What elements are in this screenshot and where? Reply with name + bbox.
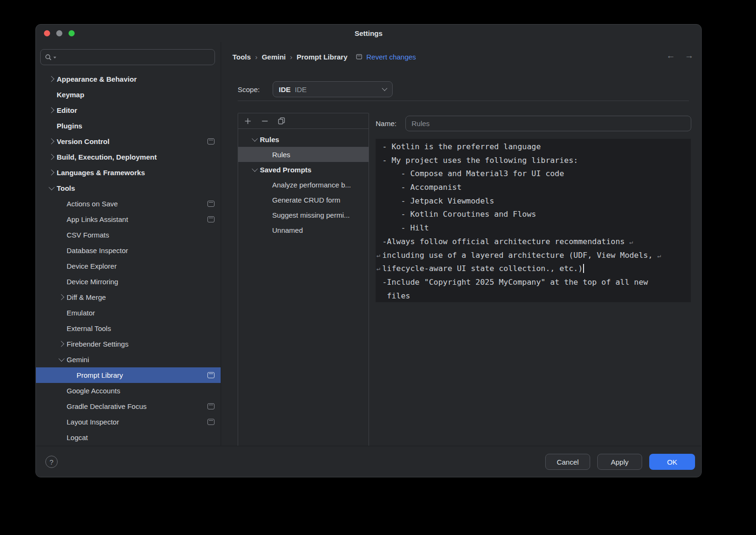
no-chevron	[47, 118, 57, 134]
prompt-group-rules[interactable]: Rules	[238, 132, 369, 147]
chevron-down-icon[interactable]	[47, 180, 57, 196]
chevron-right-icon[interactable]	[47, 165, 57, 180]
sidebar-item-plugins[interactable]: Plugins	[36, 118, 221, 134]
chevron-right-icon[interactable]	[57, 336, 67, 352]
sidebar-search[interactable]	[40, 49, 215, 65]
prompt-item-analyze-performance[interactable]: Analyze performance b...	[238, 177, 369, 192]
chevron-down-icon[interactable]	[249, 162, 260, 177]
editor-line[interactable]: -Always follow official architecture rec…	[382, 235, 691, 249]
prompt-item-generate-crud-form[interactable]: Generate CRUD form	[238, 192, 369, 207]
prompt-item-label: Analyze performance b...	[272, 181, 351, 189]
no-chevron	[57, 243, 67, 258]
editor-line[interactable]: -Include "Copyright 2025 MyCompany" at t…	[382, 276, 691, 289]
sidebar-item-google-accounts[interactable]: Google Accounts	[36, 383, 221, 399]
ide-scope-icon	[207, 138, 215, 144]
no-chevron	[57, 274, 67, 289]
sidebar-item-device-mirroring[interactable]: Device Mirroring	[36, 274, 221, 289]
help-button[interactable]: ?	[45, 456, 58, 468]
sidebar-item-logcat[interactable]: Logcat	[36, 430, 221, 445]
settings-sidebar: Appearance & Behavior Keymap Editor Plug…	[36, 42, 221, 447]
settings-content: Tools › Gemini › Prompt Library Revert c…	[222, 42, 701, 447]
sidebar-item-appearance-behavior[interactable]: Appearance & Behavior	[36, 71, 221, 87]
prompt-text-editor[interactable]: - Kotlin is the preferred language - My …	[376, 139, 691, 302]
back-arrow-icon[interactable]: ←	[666, 51, 675, 61]
editor-line[interactable]: files	[382, 289, 691, 302]
no-chevron	[57, 414, 67, 430]
prompt-item-unnamed[interactable]: Unnamed	[238, 222, 369, 238]
chevron-right-icon[interactable]	[47, 134, 57, 149]
no-chevron	[57, 383, 67, 399]
minimize-button[interactable]	[56, 30, 62, 36]
sidebar-item-emulator[interactable]: Emulator	[36, 305, 221, 321]
revert-changes-link[interactable]: Revert changes	[366, 53, 416, 61]
no-chevron	[57, 430, 67, 445]
zoom-button[interactable]	[69, 30, 75, 36]
editor-line[interactable]: - Accompanist	[382, 181, 691, 195]
add-prompt-button[interactable]	[244, 117, 251, 125]
prompt-group-saved-prompts[interactable]: Saved Prompts	[238, 162, 369, 177]
sidebar-item-tools[interactable]: Tools	[36, 180, 221, 196]
sidebar-item-editor[interactable]: Editor	[36, 102, 221, 118]
search-history-caret-icon[interactable]	[53, 57, 56, 59]
ok-button[interactable]: OK	[649, 454, 695, 470]
sidebar-item-external-tools[interactable]: External Tools	[36, 321, 221, 336]
no-chevron	[57, 399, 67, 414]
sidebar-item-prompt-library[interactable]: Prompt Library	[36, 367, 221, 383]
breadcrumb-gemini[interactable]: Gemini	[262, 53, 286, 61]
ide-scope-icon	[207, 419, 215, 425]
footer-buttons: Cancel Apply OK	[545, 454, 695, 470]
editor-line[interactable]: - Jetpack Viewmodels	[382, 195, 691, 208]
soft-wrap-icon: ↵	[657, 252, 661, 259]
prompt-toolbar	[238, 113, 369, 129]
scope-dropdown[interactable]: IDE IDE	[273, 81, 393, 97]
prompt-item-label: Unnamed	[272, 226, 303, 234]
sidebar-item-keymap[interactable]: Keymap	[36, 87, 221, 102]
close-button[interactable]	[44, 30, 50, 36]
breadcrumb-tools[interactable]: Tools	[232, 53, 251, 61]
editor-line[interactable]: - My project uses the following librarie…	[382, 154, 691, 168]
name-label: Name:	[376, 119, 405, 127]
section-divider	[238, 101, 689, 101]
forward-arrow-icon[interactable]: →	[685, 51, 694, 61]
cancel-button[interactable]: Cancel	[545, 454, 590, 470]
sidebar-item-database-inspector[interactable]: Database Inspector	[36, 243, 221, 258]
chevron-right-icon[interactable]	[57, 289, 67, 305]
sidebar-item-gemini[interactable]: Gemini	[36, 352, 221, 367]
sidebar-item-version-control[interactable]: Version Control	[36, 134, 221, 149]
editor-line[interactable]: - Kotlin Coroutines and Flows	[382, 208, 691, 221]
editor-line[interactable]: - Hilt	[382, 221, 691, 235]
chevron-down-icon[interactable]	[57, 352, 67, 367]
copy-prompt-button[interactable]	[278, 117, 285, 125]
prompt-name-input[interactable]	[405, 116, 691, 131]
search-icon	[45, 54, 52, 61]
editor-line[interactable]: ↵including use of a layered architecture…	[382, 249, 691, 263]
remove-prompt-button[interactable]	[261, 117, 268, 125]
history-nav: ← →	[666, 51, 694, 61]
sidebar-item-languages-frameworks[interactable]: Languages & Frameworks	[36, 165, 221, 180]
sidebar-item-layout-inspector[interactable]: Layout Inspector	[36, 414, 221, 430]
prompt-item-suggest-missing-permissions[interactable]: Suggest missing permi...	[238, 207, 369, 222]
sidebar-item-app-links-assistant[interactable]: App Links Assistant	[36, 212, 221, 227]
editor-line[interactable]: - Kotlin is the preferred language	[382, 140, 691, 154]
sidebar-item-firebender-settings[interactable]: Firebender Settings	[36, 336, 221, 352]
scope-label: Scope:	[238, 85, 273, 93]
ide-scope-icon	[207, 372, 215, 378]
sidebar-item-diff-merge[interactable]: Diff & Merge	[36, 289, 221, 305]
chevron-down-icon[interactable]	[249, 132, 260, 147]
sidebar-item-actions-on-save[interactable]: Actions on Save	[36, 196, 221, 212]
text-cursor	[583, 264, 584, 273]
sidebar-item-gradle-declarative-focus[interactable]: Gradle Declarative Focus	[36, 399, 221, 414]
editor-line[interactable]: - Compose and Material3 for UI code	[382, 167, 691, 181]
chevron-right-icon[interactable]	[47, 71, 57, 87]
no-chevron	[57, 305, 67, 321]
chevron-right-icon[interactable]	[47, 149, 57, 165]
prompt-item-rules[interactable]: Rules	[238, 147, 369, 162]
apply-button[interactable]: Apply	[597, 454, 642, 470]
no-chevron	[57, 196, 67, 212]
editor-line[interactable]: ↵lifecycle-aware UI state collection., e…	[382, 262, 691, 276]
sidebar-item-csv-formats[interactable]: CSV Formats	[36, 227, 221, 243]
sidebar-item-device-explorer[interactable]: Device Explorer	[36, 258, 221, 274]
chevron-right-icon[interactable]	[47, 102, 57, 118]
search-input[interactable]	[58, 53, 210, 61]
sidebar-item-build-execution-deployment[interactable]: Build, Execution, Deployment	[36, 149, 221, 165]
